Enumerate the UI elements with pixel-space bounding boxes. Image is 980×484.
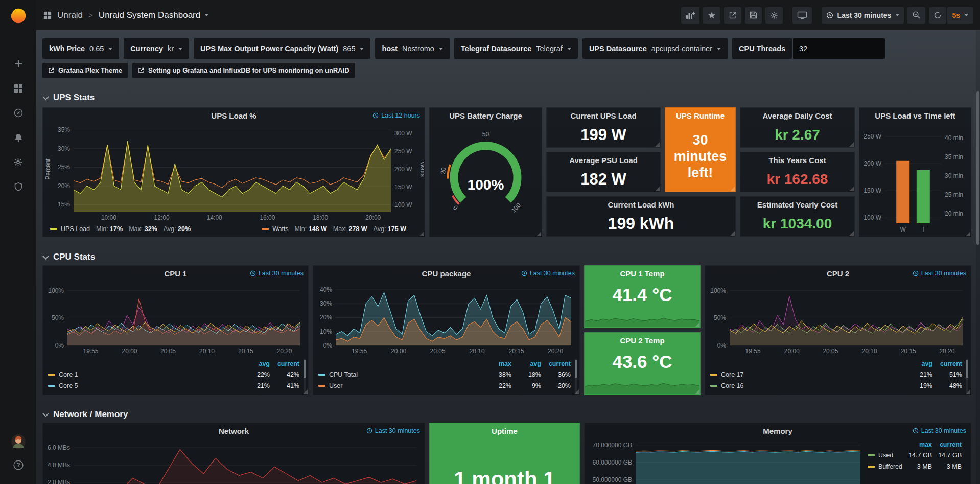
legend-row[interactable]: Core 1721%51%: [710, 369, 968, 380]
legend-series-watts[interactable]: Watts Min: 148 W Max: 278 W Avg: 175 W: [262, 225, 406, 233]
panel-title[interactable]: Average Daily Cost: [762, 111, 832, 120]
sidebar-item-create[interactable]: [0, 52, 36, 76]
panel-title[interactable]: CPU 2: [827, 269, 849, 278]
section-header-cpu-stats[interactable]: CPU Stats: [43, 252, 95, 262]
link-ups-monitoring-guide[interactable]: Setting up Grafana and InfluxDB for UPS …: [132, 63, 355, 78]
panel-title[interactable]: UPS Load vs Time left: [875, 111, 955, 120]
panel-title[interactable]: Current Load kWh: [608, 200, 674, 209]
save-dashboard-button[interactable]: [745, 7, 762, 24]
help-button[interactable]: ?: [13, 459, 24, 473]
legend-sort-header[interactable]: avg: [511, 360, 541, 367]
legend-sort-header[interactable]: current: [270, 360, 299, 367]
panel-title[interactable]: CPU 2 Temp: [620, 336, 664, 345]
variable-telegraf-datasource[interactable]: Telegraf Datasource Telegraf: [454, 38, 578, 59]
legend-row[interactable]: CPU Total38%18%36%: [318, 369, 577, 380]
legend-sort-header[interactable]: current: [541, 360, 571, 367]
resize-handle[interactable]: [730, 231, 735, 236]
sidebar-item-server-admin[interactable]: [0, 174, 36, 199]
resize-handle[interactable]: [303, 389, 308, 394]
sidebar-item-alerting[interactable]: [0, 125, 36, 150]
variable-host[interactable]: host Nostromo: [375, 38, 449, 59]
panel-title[interactable]: Average PSU Load: [569, 156, 638, 165]
panel-title[interactable]: Network: [219, 427, 249, 435]
resize-handle[interactable]: [849, 231, 854, 236]
dashboard-grid-icon[interactable]: [43, 11, 52, 19]
panel-title[interactable]: UPS Battery Charge: [449, 111, 522, 120]
share-dashboard-button[interactable]: [724, 7, 741, 24]
time-range-picker[interactable]: Last 30 minutes: [822, 7, 904, 24]
variable-ups-max-output[interactable]: UPS Max Output Power Capacity (Watt) 865: [194, 38, 370, 59]
sidebar-item-dashboards[interactable]: [0, 76, 36, 101]
legend-row[interactable]: Buffered3 MB3 MB: [868, 461, 968, 472]
resize-handle[interactable]: [966, 232, 970, 236]
panel-title[interactable]: CPU 1 Temp: [620, 269, 664, 278]
refresh-interval-dropdown[interactable]: 5s: [947, 7, 973, 24]
legend-row[interactable]: Core 1619%48%: [710, 380, 968, 391]
legend-sort-header[interactable]: current: [932, 360, 962, 367]
panel-title[interactable]: CPU package: [422, 269, 471, 278]
resize-handle[interactable]: [695, 389, 699, 394]
resize-handle[interactable]: [849, 142, 854, 147]
variable-kwh-price[interactable]: kWh Price 0.65: [42, 38, 119, 59]
svg-text:18:00: 18:00: [313, 214, 328, 221]
variable-currency[interactable]: Currency kr: [124, 38, 189, 59]
battery-gauge[interactable]: 02050100100%: [430, 128, 542, 218]
resize-handle[interactable]: [536, 232, 541, 236]
resize-handle[interactable]: [849, 187, 854, 191]
stat-value: 1 month 1 week: [430, 437, 579, 484]
legend-series-ups-load[interactable]: UPS Load Min: 17% Max: 32% Avg: 20%: [50, 225, 191, 233]
user-avatar[interactable]: [11, 434, 26, 451]
ups-load-chart[interactable]: 15%20%25%30%35%100 W150 W200 W250 W300 W…: [44, 122, 424, 222]
legend-row[interactable]: Core 521%41%: [48, 380, 306, 391]
refresh-button[interactable]: [929, 7, 946, 24]
star-dashboard-button[interactable]: [703, 7, 720, 24]
panel-title[interactable]: CPU 1: [164, 269, 186, 278]
resize-handle[interactable]: [695, 322, 699, 327]
panel-title[interactable]: UPS Load %: [211, 111, 256, 120]
resize-handle[interactable]: [655, 142, 660, 147]
resize-handle[interactable]: [574, 389, 579, 394]
panel-title[interactable]: UPS Runtime: [676, 111, 725, 120]
cpu-package-chart[interactable]: 0%10%20%30%40%19:5520:0020:0520:1020:152…: [314, 280, 578, 356]
breadcrumb-folder[interactable]: Unraid: [57, 10, 83, 20]
panel-title[interactable]: Current UPS Load: [570, 111, 636, 120]
chevron-down-icon: [964, 14, 968, 16]
resize-handle[interactable]: [966, 389, 970, 394]
link-grafana-plex-theme[interactable]: Grafana Plex Theme: [42, 63, 128, 78]
panel-title[interactable]: This Years Cost: [768, 156, 826, 165]
section-header-network-memory[interactable]: Network / Memory: [43, 409, 128, 420]
sidebar-item-configuration[interactable]: [0, 150, 36, 174]
grafana-logo-button[interactable]: [0, 0, 36, 30]
dashboard-settings-button[interactable]: [765, 7, 783, 24]
legend-sort-header[interactable]: current: [932, 441, 962, 448]
cpu2-chart[interactable]: 0%50%100%19:5520:0020:0520:1020:1520:20: [706, 280, 970, 356]
legend-row[interactable]: Used14.7 GB14.7 GB: [868, 450, 968, 461]
cpu1-chart[interactable]: 0%50%100%19:5520:0020:0520:1020:1520:20: [44, 280, 307, 356]
breadcrumb-dashboard-title[interactable]: Unraid System Dashboard: [99, 10, 208, 20]
legend-row[interactable]: Core 122%42%: [48, 369, 306, 380]
panel-title[interactable]: Uptime: [492, 427, 518, 435]
legend-sort-header[interactable]: avg: [903, 360, 932, 367]
zoom-out-button[interactable]: [907, 7, 925, 24]
section-header-ups-stats[interactable]: UPS Stats: [43, 93, 95, 103]
legend-row[interactable]: User22%9%20%: [318, 380, 577, 391]
network-chart[interactable]: 2.0 MBs4.0 MBs6.0 MBs19:5520:0020:0520:1…: [44, 437, 424, 484]
ups-bar-chart[interactable]: 100 W150 W200 W250 W20 min25 min30 min35…: [860, 123, 970, 235]
svg-text:50%: 50%: [714, 314, 726, 321]
legend-sort-header[interactable]: max: [482, 360, 511, 367]
panel-title[interactable]: Memory: [763, 427, 792, 435]
resize-handle[interactable]: [730, 187, 735, 191]
legend-sort-header[interactable]: max: [902, 441, 932, 448]
memory-chart[interactable]: 50.000000 GB60.000000 GB70.000000 GB19:5…: [586, 437, 868, 484]
cpu-threads-input[interactable]: [793, 38, 885, 59]
scrollbar-thumb[interactable]: [976, 91, 979, 245]
cycle-view-button[interactable]: [792, 7, 812, 24]
scrollbar[interactable]: [976, 30, 980, 484]
resize-handle[interactable]: [419, 232, 424, 236]
legend-sort-header[interactable]: avg: [240, 360, 270, 367]
sidebar-item-explore[interactable]: [0, 101, 36, 125]
panel-title[interactable]: Estimated Yearly Cost: [757, 200, 837, 209]
resize-handle[interactable]: [655, 187, 660, 191]
add-panel-button[interactable]: [681, 7, 699, 24]
variable-ups-datasource[interactable]: UPS Datasource apcupsd-container: [582, 38, 728, 59]
